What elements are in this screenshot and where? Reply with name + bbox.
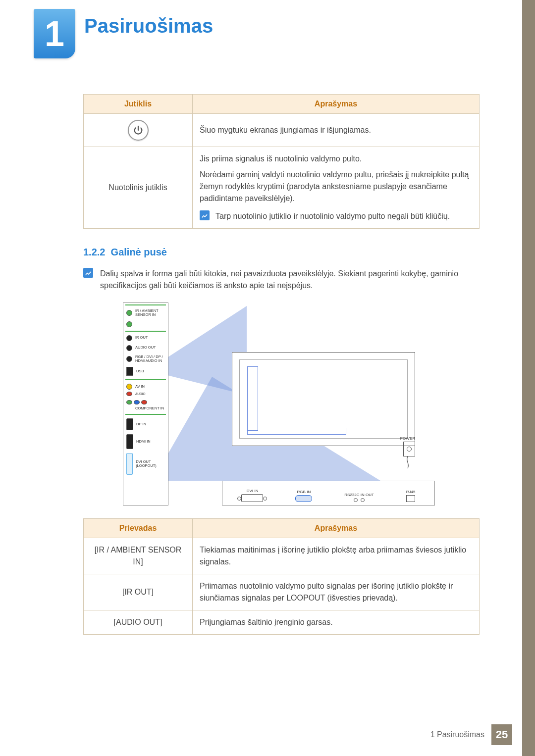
note-icon [83,268,93,278]
page-content: Jutiklis Aprašymas Šiuo mygtuku ekranas … [83,94,480,635]
table1-header-desc: Aprašymas [193,95,480,114]
table1-row1-desc: Šiuo mygtuku ekranas įjungiamas ir išjun… [193,114,480,147]
table2-header-desc: Aprašymas [193,519,480,538]
section-heading: 1.2.2 Galinė pusė [83,247,480,258]
table-row: [IR / AMBIENT SENSOR IN] Tiekiamas maiti… [84,538,480,574]
page-right-stripe [522,0,535,756]
monitor-rear-outline [232,352,415,446]
table2-header-port: Prievadas [84,519,193,538]
chapter-number-badge: 1 [34,9,75,58]
table1-row2-note: Tarp nuotolinio jutiklio ir nuotolinio v… [215,210,450,222]
chapter-title: Pasiruošimas [84,15,213,37]
table1-row2-line1: Jis priima signalus iš nuotolinio valdym… [200,153,472,165]
port-table: Prievadas Aprašymas [IR / AMBIENT SENSOR… [83,518,480,635]
table-row: Šiuo mygtuku ekranas įjungiamas ir išjun… [84,114,480,147]
section-note: Dalių spalva ir forma gali būti kitokia,… [100,268,480,292]
power-port: POWER [390,436,415,466]
table-row: [IR OUT] Priimamas nuotolinio valdymo pu… [84,574,480,610]
sensor-table: Jutiklis Aprašymas Šiuo mygtuku ekranas … [83,94,480,229]
side-port-panel: IR / AMBIENT SENSOR IN IR OUT AUDIO OUT … [123,302,168,505]
table-row: [AUDIO OUT] Prijungiamas šaltinio įrengi… [84,610,480,635]
page-number: 25 [491,724,512,745]
bottom-port-strip: DVI IN RGB IN RS232C IN OUT RJ45 [222,481,435,505]
table-row: Nuotolinis jutiklis Jis priima signalus … [84,147,480,229]
table1-header-sensor: Jutiklis [84,95,193,114]
note-icon [200,210,210,220]
table1-row2-line2: Norėdami gaminį valdyti nuotolinio valdy… [200,169,472,204]
power-icon [128,120,149,141]
page-footer: 1 Pasiruošimas 25 [430,724,512,745]
rear-panel-diagram: IR / AMBIENT SENSOR IN IR OUT AUDIO OUT … [123,302,440,505]
footer-label: 1 Pasiruošimas [430,730,484,739]
table1-row2-label: Nuotolinis jutiklis [84,147,193,229]
